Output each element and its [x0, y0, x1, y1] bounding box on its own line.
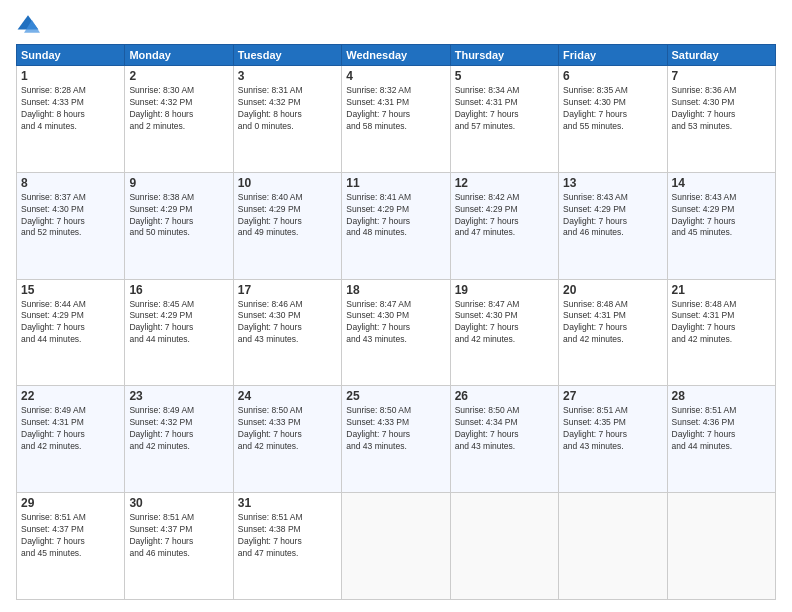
calendar-week-row: 1 Sunrise: 8:28 AMSunset: 4:33 PMDayligh… [17, 66, 776, 173]
day-info: Sunrise: 8:47 AMSunset: 4:30 PMDaylight:… [346, 299, 445, 347]
day-info: Sunrise: 8:45 AMSunset: 4:29 PMDaylight:… [129, 299, 228, 347]
day-number: 5 [455, 69, 554, 83]
calendar-week-row: 15 Sunrise: 8:44 AMSunset: 4:29 PMDaylig… [17, 279, 776, 386]
calendar-cell: 18 Sunrise: 8:47 AMSunset: 4:30 PMDaylig… [342, 279, 450, 386]
day-number: 7 [672, 69, 771, 83]
calendar-cell: 29 Sunrise: 8:51 AMSunset: 4:37 PMDaylig… [17, 493, 125, 600]
day-number: 30 [129, 496, 228, 510]
day-info: Sunrise: 8:51 AMSunset: 4:36 PMDaylight:… [672, 405, 771, 453]
calendar-cell: 14 Sunrise: 8:43 AMSunset: 4:29 PMDaylig… [667, 172, 775, 279]
day-number: 8 [21, 176, 120, 190]
calendar-cell: 5 Sunrise: 8:34 AMSunset: 4:31 PMDayligh… [450, 66, 558, 173]
day-info: Sunrise: 8:41 AMSunset: 4:29 PMDaylight:… [346, 192, 445, 240]
day-info: Sunrise: 8:48 AMSunset: 4:31 PMDaylight:… [672, 299, 771, 347]
calendar-day-header: Sunday [17, 45, 125, 66]
day-info: Sunrise: 8:51 AMSunset: 4:37 PMDaylight:… [21, 512, 120, 560]
calendar-cell: 2 Sunrise: 8:30 AMSunset: 4:32 PMDayligh… [125, 66, 233, 173]
day-info: Sunrise: 8:42 AMSunset: 4:29 PMDaylight:… [455, 192, 554, 240]
day-number: 19 [455, 283, 554, 297]
calendar-day-header: Monday [125, 45, 233, 66]
calendar-cell: 8 Sunrise: 8:37 AMSunset: 4:30 PMDayligh… [17, 172, 125, 279]
day-number: 26 [455, 389, 554, 403]
calendar-header-row: SundayMondayTuesdayWednesdayThursdayFrid… [17, 45, 776, 66]
day-number: 13 [563, 176, 662, 190]
day-info: Sunrise: 8:34 AMSunset: 4:31 PMDaylight:… [455, 85, 554, 133]
calendar-day-header: Wednesday [342, 45, 450, 66]
calendar-cell: 19 Sunrise: 8:47 AMSunset: 4:30 PMDaylig… [450, 279, 558, 386]
day-number: 21 [672, 283, 771, 297]
header [16, 12, 776, 36]
calendar-cell: 11 Sunrise: 8:41 AMSunset: 4:29 PMDaylig… [342, 172, 450, 279]
day-number: 2 [129, 69, 228, 83]
day-info: Sunrise: 8:32 AMSunset: 4:31 PMDaylight:… [346, 85, 445, 133]
day-info: Sunrise: 8:49 AMSunset: 4:31 PMDaylight:… [21, 405, 120, 453]
calendar-cell: 1 Sunrise: 8:28 AMSunset: 4:33 PMDayligh… [17, 66, 125, 173]
day-info: Sunrise: 8:47 AMSunset: 4:30 PMDaylight:… [455, 299, 554, 347]
day-number: 4 [346, 69, 445, 83]
day-number: 9 [129, 176, 228, 190]
calendar-cell: 4 Sunrise: 8:32 AMSunset: 4:31 PMDayligh… [342, 66, 450, 173]
calendar-cell: 15 Sunrise: 8:44 AMSunset: 4:29 PMDaylig… [17, 279, 125, 386]
day-info: Sunrise: 8:36 AMSunset: 4:30 PMDaylight:… [672, 85, 771, 133]
day-number: 14 [672, 176, 771, 190]
calendar-cell: 12 Sunrise: 8:42 AMSunset: 4:29 PMDaylig… [450, 172, 558, 279]
day-info: Sunrise: 8:35 AMSunset: 4:30 PMDaylight:… [563, 85, 662, 133]
logo [16, 12, 44, 36]
calendar-day-header: Tuesday [233, 45, 341, 66]
calendar-cell: 3 Sunrise: 8:31 AMSunset: 4:32 PMDayligh… [233, 66, 341, 173]
calendar-cell: 6 Sunrise: 8:35 AMSunset: 4:30 PMDayligh… [559, 66, 667, 173]
calendar-cell [559, 493, 667, 600]
day-number: 31 [238, 496, 337, 510]
calendar-cell: 7 Sunrise: 8:36 AMSunset: 4:30 PMDayligh… [667, 66, 775, 173]
day-number: 3 [238, 69, 337, 83]
day-info: Sunrise: 8:30 AMSunset: 4:32 PMDaylight:… [129, 85, 228, 133]
day-number: 15 [21, 283, 120, 297]
day-number: 24 [238, 389, 337, 403]
day-info: Sunrise: 8:50 AMSunset: 4:33 PMDaylight:… [346, 405, 445, 453]
calendar-cell: 17 Sunrise: 8:46 AMSunset: 4:30 PMDaylig… [233, 279, 341, 386]
day-info: Sunrise: 8:28 AMSunset: 4:33 PMDaylight:… [21, 85, 120, 133]
calendar-cell: 28 Sunrise: 8:51 AMSunset: 4:36 PMDaylig… [667, 386, 775, 493]
day-info: Sunrise: 8:43 AMSunset: 4:29 PMDaylight:… [563, 192, 662, 240]
day-info: Sunrise: 8:43 AMSunset: 4:29 PMDaylight:… [672, 192, 771, 240]
day-number: 25 [346, 389, 445, 403]
day-number: 28 [672, 389, 771, 403]
calendar-table: SundayMondayTuesdayWednesdayThursdayFrid… [16, 44, 776, 600]
day-info: Sunrise: 8:40 AMSunset: 4:29 PMDaylight:… [238, 192, 337, 240]
calendar-week-row: 29 Sunrise: 8:51 AMSunset: 4:37 PMDaylig… [17, 493, 776, 600]
day-number: 29 [21, 496, 120, 510]
day-number: 23 [129, 389, 228, 403]
calendar-cell: 30 Sunrise: 8:51 AMSunset: 4:37 PMDaylig… [125, 493, 233, 600]
day-number: 1 [21, 69, 120, 83]
day-info: Sunrise: 8:50 AMSunset: 4:34 PMDaylight:… [455, 405, 554, 453]
day-number: 10 [238, 176, 337, 190]
calendar-cell: 27 Sunrise: 8:51 AMSunset: 4:35 PMDaylig… [559, 386, 667, 493]
day-info: Sunrise: 8:51 AMSunset: 4:37 PMDaylight:… [129, 512, 228, 560]
calendar-cell: 31 Sunrise: 8:51 AMSunset: 4:38 PMDaylig… [233, 493, 341, 600]
logo-icon [16, 12, 40, 36]
calendar-cell [667, 493, 775, 600]
page: SundayMondayTuesdayWednesdayThursdayFrid… [0, 0, 792, 612]
calendar-cell: 26 Sunrise: 8:50 AMSunset: 4:34 PMDaylig… [450, 386, 558, 493]
day-number: 22 [21, 389, 120, 403]
calendar-cell [342, 493, 450, 600]
calendar-cell: 9 Sunrise: 8:38 AMSunset: 4:29 PMDayligh… [125, 172, 233, 279]
day-info: Sunrise: 8:48 AMSunset: 4:31 PMDaylight:… [563, 299, 662, 347]
day-number: 11 [346, 176, 445, 190]
calendar-cell: 23 Sunrise: 8:49 AMSunset: 4:32 PMDaylig… [125, 386, 233, 493]
day-info: Sunrise: 8:46 AMSunset: 4:30 PMDaylight:… [238, 299, 337, 347]
calendar-week-row: 22 Sunrise: 8:49 AMSunset: 4:31 PMDaylig… [17, 386, 776, 493]
day-number: 17 [238, 283, 337, 297]
calendar-cell [450, 493, 558, 600]
calendar-day-header: Thursday [450, 45, 558, 66]
day-number: 20 [563, 283, 662, 297]
day-info: Sunrise: 8:31 AMSunset: 4:32 PMDaylight:… [238, 85, 337, 133]
calendar-cell: 10 Sunrise: 8:40 AMSunset: 4:29 PMDaylig… [233, 172, 341, 279]
calendar-cell: 24 Sunrise: 8:50 AMSunset: 4:33 PMDaylig… [233, 386, 341, 493]
day-number: 18 [346, 283, 445, 297]
day-info: Sunrise: 8:51 AMSunset: 4:35 PMDaylight:… [563, 405, 662, 453]
calendar-week-row: 8 Sunrise: 8:37 AMSunset: 4:30 PMDayligh… [17, 172, 776, 279]
calendar-cell: 20 Sunrise: 8:48 AMSunset: 4:31 PMDaylig… [559, 279, 667, 386]
calendar-cell: 21 Sunrise: 8:48 AMSunset: 4:31 PMDaylig… [667, 279, 775, 386]
day-info: Sunrise: 8:51 AMSunset: 4:38 PMDaylight:… [238, 512, 337, 560]
